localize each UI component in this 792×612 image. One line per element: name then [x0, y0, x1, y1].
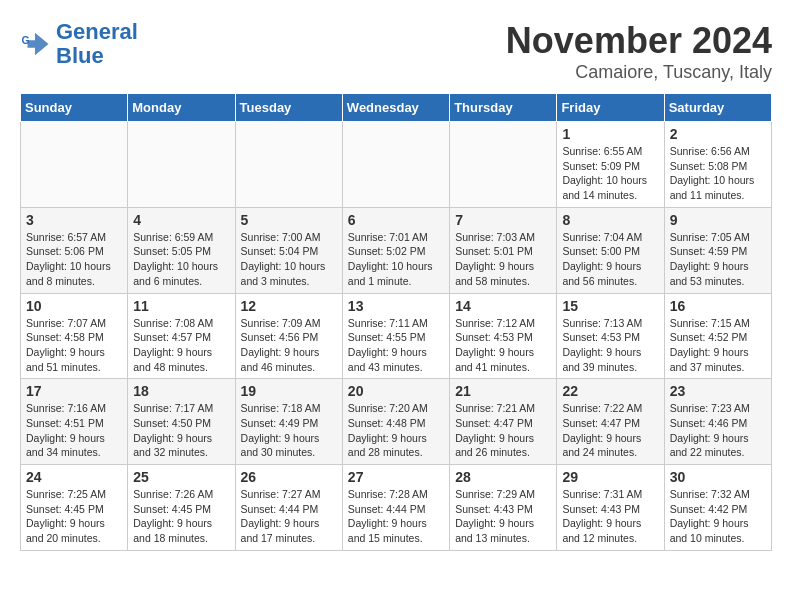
day-info: Sunrise: 7:26 AM Sunset: 4:45 PM Dayligh…: [133, 487, 229, 546]
day-info: Sunrise: 7:09 AM Sunset: 4:56 PM Dayligh…: [241, 316, 337, 375]
day-header-wednesday: Wednesday: [342, 94, 449, 122]
day-info: Sunrise: 7:04 AM Sunset: 5:00 PM Dayligh…: [562, 230, 658, 289]
day-header-tuesday: Tuesday: [235, 94, 342, 122]
calendar-cell: 12Sunrise: 7:09 AM Sunset: 4:56 PM Dayli…: [235, 293, 342, 379]
day-info: Sunrise: 7:03 AM Sunset: 5:01 PM Dayligh…: [455, 230, 551, 289]
day-info: Sunrise: 6:56 AM Sunset: 5:08 PM Dayligh…: [670, 144, 766, 203]
day-info: Sunrise: 7:01 AM Sunset: 5:02 PM Dayligh…: [348, 230, 444, 289]
day-number: 3: [26, 212, 122, 228]
day-number: 8: [562, 212, 658, 228]
logo-icon: G: [20, 29, 50, 59]
day-number: 29: [562, 469, 658, 485]
day-info: Sunrise: 7:21 AM Sunset: 4:47 PM Dayligh…: [455, 401, 551, 460]
day-header-sunday: Sunday: [21, 94, 128, 122]
day-number: 25: [133, 469, 229, 485]
week-row-2: 3Sunrise: 6:57 AM Sunset: 5:06 PM Daylig…: [21, 207, 772, 293]
calendar-cell: 22Sunrise: 7:22 AM Sunset: 4:47 PM Dayli…: [557, 379, 664, 465]
day-number: 2: [670, 126, 766, 142]
calendar-cell: 9Sunrise: 7:05 AM Sunset: 4:59 PM Daylig…: [664, 207, 771, 293]
day-info: Sunrise: 7:27 AM Sunset: 4:44 PM Dayligh…: [241, 487, 337, 546]
calendar-cell: 3Sunrise: 6:57 AM Sunset: 5:06 PM Daylig…: [21, 207, 128, 293]
day-number: 12: [241, 298, 337, 314]
calendar-cell: 25Sunrise: 7:26 AM Sunset: 4:45 PM Dayli…: [128, 465, 235, 551]
day-info: Sunrise: 7:20 AM Sunset: 4:48 PM Dayligh…: [348, 401, 444, 460]
calendar-cell: 13Sunrise: 7:11 AM Sunset: 4:55 PM Dayli…: [342, 293, 449, 379]
calendar-header: SundayMondayTuesdayWednesdayThursdayFrid…: [21, 94, 772, 122]
day-number: 13: [348, 298, 444, 314]
calendar-cell: [235, 122, 342, 208]
logo-text: General Blue: [56, 20, 138, 68]
day-info: Sunrise: 7:18 AM Sunset: 4:49 PM Dayligh…: [241, 401, 337, 460]
calendar-cell: 18Sunrise: 7:17 AM Sunset: 4:50 PM Dayli…: [128, 379, 235, 465]
logo-line2: Blue: [56, 43, 104, 68]
calendar-cell: 23Sunrise: 7:23 AM Sunset: 4:46 PM Dayli…: [664, 379, 771, 465]
day-info: Sunrise: 7:22 AM Sunset: 4:47 PM Dayligh…: [562, 401, 658, 460]
day-info: Sunrise: 6:57 AM Sunset: 5:06 PM Dayligh…: [26, 230, 122, 289]
calendar-cell: 27Sunrise: 7:28 AM Sunset: 4:44 PM Dayli…: [342, 465, 449, 551]
page-header: G General Blue November 2024 Camaiore, T…: [20, 20, 772, 83]
day-number: 19: [241, 383, 337, 399]
calendar-body: 1Sunrise: 6:55 AM Sunset: 5:09 PM Daylig…: [21, 122, 772, 551]
day-header-friday: Friday: [557, 94, 664, 122]
calendar-cell: 26Sunrise: 7:27 AM Sunset: 4:44 PM Dayli…: [235, 465, 342, 551]
day-number: 30: [670, 469, 766, 485]
day-info: Sunrise: 7:29 AM Sunset: 4:43 PM Dayligh…: [455, 487, 551, 546]
calendar-cell: 28Sunrise: 7:29 AM Sunset: 4:43 PM Dayli…: [450, 465, 557, 551]
calendar-cell: 10Sunrise: 7:07 AM Sunset: 4:58 PM Dayli…: [21, 293, 128, 379]
day-number: 7: [455, 212, 551, 228]
day-info: Sunrise: 7:00 AM Sunset: 5:04 PM Dayligh…: [241, 230, 337, 289]
calendar-cell: 16Sunrise: 7:15 AM Sunset: 4:52 PM Dayli…: [664, 293, 771, 379]
day-number: 18: [133, 383, 229, 399]
calendar-cell: [342, 122, 449, 208]
day-info: Sunrise: 7:11 AM Sunset: 4:55 PM Dayligh…: [348, 316, 444, 375]
calendar-cell: 21Sunrise: 7:21 AM Sunset: 4:47 PM Dayli…: [450, 379, 557, 465]
calendar-cell: 15Sunrise: 7:13 AM Sunset: 4:53 PM Dayli…: [557, 293, 664, 379]
day-number: 6: [348, 212, 444, 228]
day-number: 26: [241, 469, 337, 485]
day-number: 27: [348, 469, 444, 485]
calendar-cell: 24Sunrise: 7:25 AM Sunset: 4:45 PM Dayli…: [21, 465, 128, 551]
day-info: Sunrise: 7:28 AM Sunset: 4:44 PM Dayligh…: [348, 487, 444, 546]
calendar-cell: 5Sunrise: 7:00 AM Sunset: 5:04 PM Daylig…: [235, 207, 342, 293]
calendar-cell: 8Sunrise: 7:04 AM Sunset: 5:00 PM Daylig…: [557, 207, 664, 293]
day-number: 20: [348, 383, 444, 399]
day-info: Sunrise: 7:05 AM Sunset: 4:59 PM Dayligh…: [670, 230, 766, 289]
calendar-cell: 2Sunrise: 6:56 AM Sunset: 5:08 PM Daylig…: [664, 122, 771, 208]
day-info: Sunrise: 7:07 AM Sunset: 4:58 PM Dayligh…: [26, 316, 122, 375]
calendar-cell: 6Sunrise: 7:01 AM Sunset: 5:02 PM Daylig…: [342, 207, 449, 293]
day-number: 9: [670, 212, 766, 228]
calendar-cell: [450, 122, 557, 208]
day-header-saturday: Saturday: [664, 94, 771, 122]
calendar-cell: 17Sunrise: 7:16 AM Sunset: 4:51 PM Dayli…: [21, 379, 128, 465]
day-number: 4: [133, 212, 229, 228]
calendar-table: SundayMondayTuesdayWednesdayThursdayFrid…: [20, 93, 772, 551]
day-number: 17: [26, 383, 122, 399]
logo: G General Blue: [20, 20, 138, 68]
day-number: 10: [26, 298, 122, 314]
calendar-cell: 19Sunrise: 7:18 AM Sunset: 4:49 PM Dayli…: [235, 379, 342, 465]
day-number: 5: [241, 212, 337, 228]
day-info: Sunrise: 6:59 AM Sunset: 5:05 PM Dayligh…: [133, 230, 229, 289]
logo-line1: General: [56, 19, 138, 44]
day-number: 22: [562, 383, 658, 399]
day-number: 16: [670, 298, 766, 314]
day-header-row: SundayMondayTuesdayWednesdayThursdayFrid…: [21, 94, 772, 122]
day-number: 14: [455, 298, 551, 314]
day-info: Sunrise: 7:25 AM Sunset: 4:45 PM Dayligh…: [26, 487, 122, 546]
calendar-cell: [128, 122, 235, 208]
week-row-1: 1Sunrise: 6:55 AM Sunset: 5:09 PM Daylig…: [21, 122, 772, 208]
calendar-cell: 4Sunrise: 6:59 AM Sunset: 5:05 PM Daylig…: [128, 207, 235, 293]
calendar-cell: 11Sunrise: 7:08 AM Sunset: 4:57 PM Dayli…: [128, 293, 235, 379]
day-header-thursday: Thursday: [450, 94, 557, 122]
day-number: 23: [670, 383, 766, 399]
day-info: Sunrise: 7:16 AM Sunset: 4:51 PM Dayligh…: [26, 401, 122, 460]
calendar-cell: 20Sunrise: 7:20 AM Sunset: 4:48 PM Dayli…: [342, 379, 449, 465]
calendar-cell: 14Sunrise: 7:12 AM Sunset: 4:53 PM Dayli…: [450, 293, 557, 379]
calendar-cell: 7Sunrise: 7:03 AM Sunset: 5:01 PM Daylig…: [450, 207, 557, 293]
day-number: 24: [26, 469, 122, 485]
calendar-cell: 29Sunrise: 7:31 AM Sunset: 4:43 PM Dayli…: [557, 465, 664, 551]
day-info: Sunrise: 7:08 AM Sunset: 4:57 PM Dayligh…: [133, 316, 229, 375]
day-number: 15: [562, 298, 658, 314]
day-info: Sunrise: 7:32 AM Sunset: 4:42 PM Dayligh…: [670, 487, 766, 546]
svg-marker-1: [28, 33, 49, 56]
